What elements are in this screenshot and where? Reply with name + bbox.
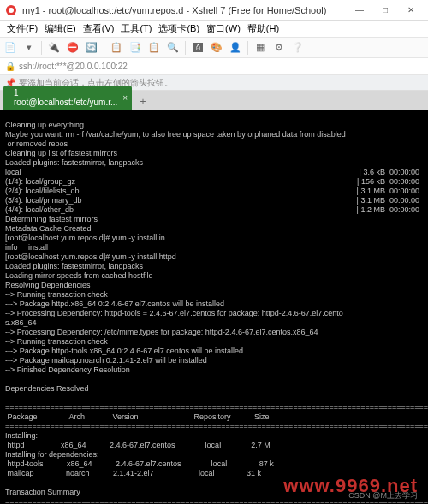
term-line: --> Running transaction check [5,290,108,299]
term-line: httpd-tools x86_64 2.4.6-67.el7.centos l… [5,460,274,468]
separator [41,41,42,55]
term-line: httpd x86_64 2.4.6-67.el7.centos local 2… [5,441,270,449]
term-line: [root@localhost yum.repos.d]# yum -y ins… [5,252,176,261]
term-line: local [5,168,21,176]
term-line: ========================================… [5,403,428,412]
titlebar: my1 - root@localhost:/etc/yum.repos.d - … [0,0,428,21]
paste-icon[interactable]: 📋 [147,41,161,55]
help-icon[interactable]: ❔ [291,41,305,55]
separator [247,41,248,55]
tile-icon[interactable]: ▦ [253,41,267,55]
add-tab-button[interactable]: + [135,94,151,110]
toolbar: 📄 ▾ 🔌 ⛔ 🔄 📋 📑 📋 🔍 🅰 🎨 👤 ▦ ⚙ ❔ [0,38,428,58]
term-line: Dependencies Resolved [5,384,89,393]
term-line: (3/4): local/primary_db [5,196,82,205]
address-text[interactable]: ssh://root:***@20.0.0.100:22 [19,62,128,71]
term-line: Cleaning up everything [5,121,84,129]
addressbar: 🔒 ssh://root:***@20.0.0.100:22 [0,58,428,75]
term-line: Loaded plugins: fastestmirror, langpacks [5,158,143,167]
disconnect-icon[interactable]: ⛔ [66,41,80,55]
term-line: Resolving Dependencies [5,281,91,289]
term-line: --> Processing Dependency: httpd-tools =… [5,309,343,317]
settings-icon[interactable]: ⚙ [272,41,286,55]
term-line: or removed repos [5,139,68,148]
tab-label: 1 root@localhost:/etc/yum.r... [14,88,117,107]
font-icon[interactable]: 🅰 [191,41,205,55]
term-line: info install [5,243,48,252]
term-line: ---> Package httpd.x86_64 0:2.4.6-67.el7… [5,299,224,308]
term-line: (2/4): local/filelists_db [5,187,80,195]
term-line: Metadata Cache Created [5,224,92,233]
find-icon[interactable]: 🔍 [166,41,180,55]
svg-point-1 [9,8,14,13]
maximize-button[interactable]: □ [373,2,397,19]
term-line: ---> Package mailcap.noarch 0:2.1.41-2.e… [5,356,207,365]
copy-icon[interactable]: 📑 [128,41,142,55]
menu-tools[interactable]: 工具(T) [119,22,153,35]
term-line: Cleaning up list of fastest mirrors [5,149,117,157]
reconnect-icon[interactable]: 🔄 [85,41,98,55]
tab-close-icon[interactable]: × [122,93,128,103]
menu-tabs[interactable]: 选项卡(B) [157,22,201,35]
color-icon[interactable]: 🎨 [210,41,223,55]
window-title: my1 - root@localhost:/etc/yum.repos.d - … [22,5,348,15]
lock-icon: 🔒 [5,62,15,71]
separator [104,41,104,55]
term-line: (4/4): local/other_db [5,205,74,214]
open-icon[interactable]: ▾ [22,41,36,55]
term-line: ========================================… [5,422,428,430]
term-line: mailcap noarch 2.1.41-2.el7 local 31 k [5,469,261,477]
connect-icon[interactable]: 🔌 [47,41,61,55]
term-line: Transaction Summary [5,488,80,496]
term-line: [root@localhost yum.repos.d]# yum -y ins… [5,234,165,242]
term-line: --> Running transaction check [5,337,108,346]
new-session-icon[interactable]: 📄 [3,41,17,55]
menu-edit[interactable]: 编辑(E) [43,22,78,35]
term-right: | 1.2 MB 00:00:00 [357,205,419,215]
term-line: Loading mirror speeds from cached hostfi… [5,271,153,280]
menu-file[interactable]: 文件(F) [5,22,39,35]
session-tab[interactable]: 1 root@localhost:/etc/yum.r... × [3,86,132,110]
term-line: (1/4): local/group_gz [5,177,75,186]
terminal[interactable]: Cleaning up everything Maybe you want: r… [0,110,428,504]
menu-window[interactable]: 窗口(W) [205,22,242,35]
term-line: --> Finished Dependency Resolution [5,365,130,374]
menubar: 文件(F) 编辑(E) 查看(V) 工具(T) 选项卡(B) 窗口(W) 帮助(… [0,21,428,38]
term-line: s.x86_64 [5,318,37,327]
watermark-sub: CSDN @M上去学习 [348,491,418,501]
term-line: --> Processing Dependency: /etc/mime.typ… [5,328,318,336]
window-controls: — □ ✕ [348,2,423,19]
term-line: Installing for dependencies: [5,450,99,459]
user-icon[interactable]: 👤 [229,41,242,55]
term-line: Package Arch Version Repository Size [5,412,270,421]
app-icon [5,4,17,16]
term-right: | 3.6 kB 00:00:00 [360,168,419,177]
term-line: Loaded plugins: fastestmirror, langpacks [5,262,143,270]
term-right: | 3.1 MB 00:00:00 [357,187,419,196]
minimize-button[interactable]: — [348,2,372,19]
term-line: Installing: [5,431,38,440]
term-line: ---> Package httpd-tools.x86_64 0:2.4.6-… [5,347,243,355]
menu-help[interactable]: 帮助(H) [246,22,281,35]
properties-icon[interactable]: 📋 [110,41,123,55]
tabbar: 1 root@localhost:/etc/yum.r... × + [0,91,428,110]
term-right: | 3.1 MB 00:00:00 [357,196,419,205]
separator [185,41,186,55]
menu-view[interactable]: 查看(V) [81,22,116,35]
term-right: | 156 kB 00:00:00 [357,177,419,187]
term-line: Determining fastest mirrors [5,215,98,223]
close-button[interactable]: ✕ [399,2,423,19]
term-line: Maybe you want: rm -rf /var/cache/yum, t… [5,130,346,139]
